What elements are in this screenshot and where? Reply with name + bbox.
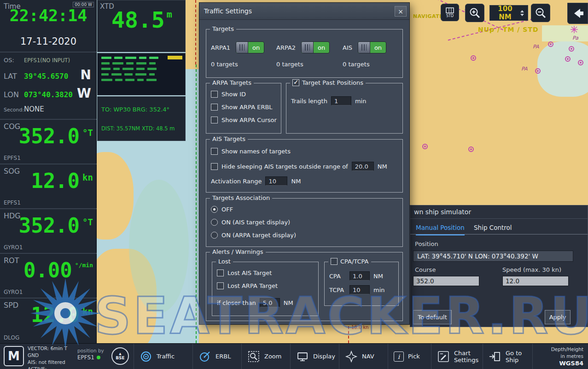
show-id-row[interactable]: Show ID	[211, 91, 246, 98]
lost-group-title: Lost	[216, 258, 233, 265]
simulator-title: wn ship simulator	[414, 208, 471, 216]
app-logo[interactable]: M	[4, 346, 24, 366]
apply-button[interactable]: Apply	[545, 310, 571, 324]
association-off-radio[interactable]	[211, 206, 218, 213]
course-input[interactable]: 352.0	[413, 276, 479, 286]
nav-compass-icon	[345, 350, 358, 363]
association-arpa-row[interactable]: ON (ARPA target display)	[211, 232, 296, 239]
position-block: OS: EPFS1(NO INPUT) LAT 39°45.6570 N LON…	[0, 52, 97, 119]
cpa-tcpa-checkbox[interactable]	[331, 258, 338, 265]
position-input[interactable]: LAT: 39°45.710' N LON: 073°40.392' W	[413, 251, 573, 262]
hide-sleeping-row[interactable]: Hide sleeping AIS targets outside range …	[211, 162, 400, 171]
button-label: Display	[313, 353, 335, 360]
closer-than-unit: NM	[284, 299, 293, 306]
bse-label: BSE	[116, 356, 125, 360]
lon-value: 073°40.3820	[24, 90, 73, 99]
toolbar-button-pick[interactable]: i Pick	[388, 344, 431, 369]
toolbar-button-erbl[interactable]: ERBL	[192, 344, 241, 369]
association-arpa-radio[interactable]	[211, 232, 218, 239]
checkbox-label: Show ID	[221, 91, 246, 98]
zoom-in-button[interactable]	[465, 4, 484, 22]
past-positions-checkbox[interactable]	[292, 79, 299, 86]
scale-spinner[interactable]	[520, 10, 524, 16]
chart-shoal-patch	[537, 41, 588, 97]
show-names-row[interactable]: Show names of targets	[211, 148, 291, 155]
cog-value: 352.0	[19, 126, 80, 146]
speed-label: Speed (max. 30 kn)	[502, 266, 561, 273]
ecdis-screen: 18.0 kn PA PA Pa NUp / TM / STD NAVIGATI…	[0, 0, 588, 369]
association-ais-row[interactable]: ON (AIS target display)	[211, 219, 290, 226]
dialog-titlebar[interactable]: Traffic Settings	[199, 3, 409, 20]
button-label: Pick	[408, 353, 420, 360]
arpa-targets-group-title: ARPA Targets	[210, 79, 254, 86]
targets-association-group-title: Targets Association	[210, 194, 272, 201]
buoy-symbol	[422, 144, 428, 149]
toolbar-button-nav[interactable]: NAV	[339, 344, 388, 369]
show-arpa-erbl-row[interactable]: Show ARPA ERBL	[211, 104, 273, 111]
closer-than-input[interactable]: 5.0	[260, 298, 280, 307]
button-label: Chart Settings	[454, 350, 478, 363]
show-id-checkbox[interactable]	[211, 91, 218, 98]
toolbar-button-chart-settings[interactable]: Chart Settings	[431, 344, 483, 369]
simulator-titlebar[interactable]: wn ship simulator	[410, 205, 588, 219]
association-off-row[interactable]: OFF	[211, 206, 233, 213]
arpa-targets-group: ARPA Targets Show ID Show ARPA ERBL Show…	[206, 83, 281, 134]
arpa2-target-column: ARPA2 on 0 targets	[276, 41, 341, 68]
radio-label: OFF	[221, 206, 233, 213]
toolbar-button-zoom[interactable]: Zoom	[241, 344, 290, 369]
zoom-out-button[interactable]	[531, 4, 550, 22]
next-waypoint-line: TO: WP30 BRG: 352.4°	[101, 106, 169, 113]
cpa-unit: NM	[373, 273, 383, 280]
show-arpa-cursor-row[interactable]: Show ARPA Cursor	[211, 117, 277, 123]
route-monitor-table[interactable]	[97, 53, 186, 95]
toolbar-button-display[interactable]: Display	[290, 344, 339, 369]
cpa-label: CPA	[329, 273, 346, 280]
table-row	[101, 79, 181, 81]
checkbox-label: Lost ARPA Target	[227, 282, 278, 289]
arpa1-toggle[interactable]: on	[236, 41, 264, 53]
activation-range-unit: NM	[291, 178, 301, 185]
chart-scale-select[interactable]: 100 NM	[489, 5, 528, 21]
ais-toggle[interactable]: on	[358, 41, 386, 53]
hdg-block: HDG 352.0°T GYRO1	[0, 208, 97, 253]
chart-shallow-patch	[129, 180, 189, 313]
lost-ais-row[interactable]: Lost AIS Target	[217, 269, 272, 276]
association-ais-radio[interactable]	[211, 219, 218, 226]
heading-line	[195, 0, 196, 64]
targets-association-group: Targets Association OFF ON (AIS target d…	[206, 198, 403, 247]
show-arpa-cursor-checkbox[interactable]	[211, 117, 218, 123]
buoy-symbol	[535, 68, 541, 74]
button-label: Zoom	[264, 353, 281, 360]
toolbar-button-traffic[interactable]: Traffic	[134, 344, 192, 369]
toolbar-button-go-to-ship[interactable]: Go to Ship	[483, 344, 532, 369]
table-row	[101, 68, 181, 70]
activation-range-input[interactable]: 10	[265, 176, 287, 186]
tcpa-input[interactable]: 10	[349, 285, 370, 294]
chart-settings-icon	[437, 350, 450, 363]
hide-sleeping-range-input[interactable]: 20.0	[352, 162, 374, 171]
trails-length-input[interactable]: 1	[331, 96, 351, 105]
tab-ship-control[interactable]: Ship Control	[474, 224, 512, 234]
activation-range-label: Activation Range	[211, 178, 262, 185]
group-title-label: CPA/TCPA	[340, 258, 369, 265]
collapse-panel-button[interactable]	[567, 3, 588, 24]
speed-vector-label: 18.0 kn	[351, 325, 369, 330]
chart-label-pa: Pa	[572, 35, 578, 41]
show-arpa-erbl-checkbox[interactable]	[211, 104, 218, 111]
dialog-close-button[interactable]: ×	[395, 6, 407, 17]
hdg-unit: °T	[82, 217, 93, 227]
lost-arpa-row[interactable]: Lost ARPA Target	[217, 282, 278, 289]
to-default-button[interactable]: To default	[413, 310, 452, 324]
std-display-button[interactable]: STD	[441, 4, 459, 21]
hide-sleeping-checkbox[interactable]	[211, 163, 218, 170]
active-status: ACTIVE:	[28, 366, 76, 369]
cpa-input[interactable]: 1.0	[349, 271, 370, 281]
show-names-checkbox[interactable]	[211, 148, 218, 155]
lost-ais-checkbox[interactable]	[217, 269, 224, 276]
zoom-in-icon	[468, 6, 481, 19]
lost-group: Lost Lost AIS Target Lost ARPA Target if…	[212, 262, 319, 316]
arpa2-toggle[interactable]: on	[301, 41, 330, 53]
speed-input[interactable]: 12.0	[502, 276, 569, 286]
past-positions-group: Target Past Positions Trails length 1 mi…	[286, 83, 403, 134]
lost-arpa-checkbox[interactable]	[217, 282, 224, 289]
